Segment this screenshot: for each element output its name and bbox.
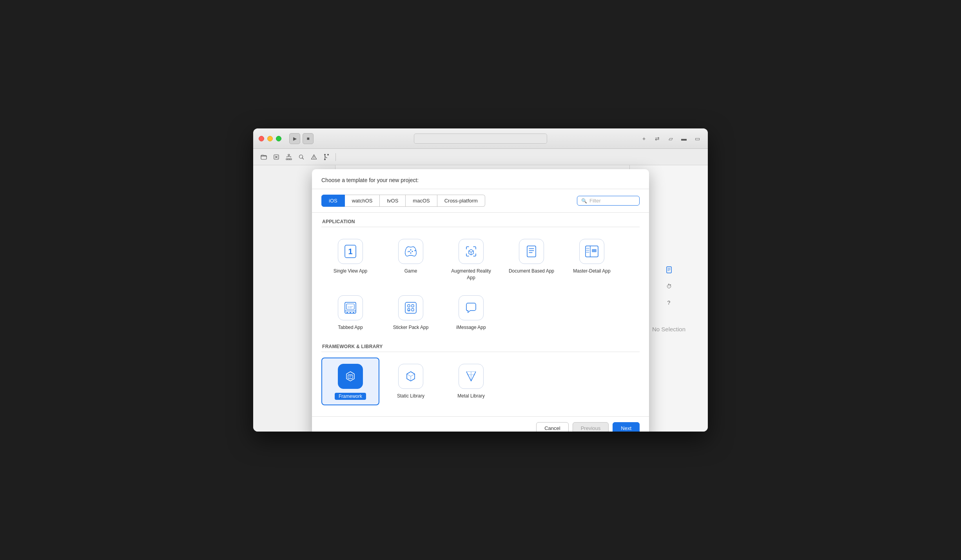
template-single-view[interactable]: 1 Single View App <box>321 233 379 287</box>
svg-point-13 <box>410 253 412 254</box>
next-button[interactable]: Next <box>613 422 640 432</box>
modal-header: Choose a template for your new project: <box>312 169 649 189</box>
tabbed-icon <box>338 295 363 320</box>
layout-full-icon[interactable]: ▬ <box>679 134 689 144</box>
previous-button[interactable]: Previous <box>573 422 609 432</box>
add-icon[interactable]: + <box>639 134 649 144</box>
template-document[interactable]: Document Based App <box>502 233 560 287</box>
svg-point-14 <box>408 251 408 252</box>
application-grid: 1 Single View App <box>321 233 640 336</box>
svg-rect-4 <box>288 159 290 160</box>
template-metal-library[interactable]: Metal Library <box>442 358 500 405</box>
svg-rect-25 <box>412 305 414 307</box>
imessage-icon <box>459 295 484 320</box>
tab-tvos[interactable]: tvOS <box>380 195 406 207</box>
template-game[interactable]: Game <box>382 233 440 287</box>
game-icon <box>398 239 423 264</box>
stop-button[interactable]: ■ <box>303 133 314 144</box>
ar-icon <box>459 239 484 264</box>
layout-side-icon[interactable]: ▭ <box>692 134 702 144</box>
metal-library-label: Metal Library <box>457 393 484 399</box>
framework-label: Framework <box>335 393 366 400</box>
template-framework[interactable]: Framework <box>321 358 379 405</box>
framework-icon <box>338 364 363 389</box>
single-view-label: Single View App <box>334 268 368 275</box>
svg-text:1: 1 <box>348 247 352 256</box>
modal-title: Choose a template for your new project: <box>321 177 640 183</box>
back-forward-icon[interactable]: ⇄ <box>652 134 662 144</box>
svg-rect-2 <box>288 154 290 155</box>
svg-rect-21 <box>353 312 354 313</box>
toolbar <box>253 149 708 165</box>
svg-rect-29 <box>348 375 353 379</box>
template-imessage[interactable]: iMessage App <box>442 289 500 336</box>
svg-rect-3 <box>286 159 288 160</box>
filter-icon: 🔍 <box>581 198 587 204</box>
tab-macos[interactable]: macOS <box>406 195 437 207</box>
game-label: Game <box>404 268 417 275</box>
layout-split-icon[interactable]: ▱ <box>665 134 676 144</box>
single-view-icon: 1 <box>338 239 363 264</box>
svg-rect-17 <box>592 249 597 252</box>
framework-grid: Framework Static Library <box>321 358 640 405</box>
template-master-detail[interactable]: Master-Detail App <box>563 233 621 287</box>
template-sticker[interactable]: Sticker Pack App <box>382 289 440 336</box>
new-project-modal: Choose a template for your new project: … <box>312 169 649 432</box>
svg-point-12 <box>412 251 413 252</box>
maximize-button[interactable] <box>276 136 281 141</box>
modal-footer: Cancel Previous Next <box>312 416 649 432</box>
document-icon <box>519 239 544 264</box>
cancel-button[interactable]: Cancel <box>536 422 568 432</box>
static-library-label: Static Library <box>397 393 424 399</box>
master-detail-label: Master-Detail App <box>573 268 610 275</box>
svg-point-10 <box>409 251 410 252</box>
tab-crossplatform[interactable]: Cross-platform <box>437 195 485 207</box>
title-bar: ▶ ■ + ⇄ ▱ ▬ ▭ <box>253 128 708 149</box>
sticker-label: Sticker Pack App <box>393 324 429 331</box>
svg-rect-5 <box>290 159 292 160</box>
title-bar-right-controls: + ⇄ ▱ ▬ ▭ <box>639 134 702 144</box>
hierarchy-icon[interactable] <box>284 152 294 162</box>
title-search-bar <box>414 134 547 144</box>
warning-icon[interactable] <box>309 152 319 162</box>
tab-watchos[interactable]: watchOS <box>345 195 380 207</box>
toolbar-divider <box>335 153 336 161</box>
template-tabbed[interactable]: Tabbed App <box>321 289 379 336</box>
modal-body: Application 1 Single View App <box>312 213 649 416</box>
search-icon[interactable] <box>296 152 306 162</box>
ar-label: Augmented Reality App <box>447 268 495 281</box>
svg-rect-23 <box>405 302 416 313</box>
minimize-button[interactable] <box>267 136 273 141</box>
x-square-icon[interactable] <box>271 152 281 162</box>
svg-rect-24 <box>408 305 410 307</box>
static-library-icon <box>398 364 423 389</box>
traffic-lights <box>259 136 281 141</box>
sticker-icon <box>398 295 423 320</box>
close-button[interactable] <box>259 136 264 141</box>
filter-placeholder: Filter <box>589 198 601 204</box>
metal-library-icon <box>459 364 484 389</box>
play-button[interactable]: ▶ <box>289 133 300 144</box>
tab-ios[interactable]: iOS <box>321 195 345 207</box>
imessage-label: iMessage App <box>456 324 486 331</box>
document-label: Document Based App <box>509 268 554 275</box>
application-section-label: Application <box>321 219 640 227</box>
tabs-row: iOS watchOS tvOS macOS Cross-platform 🔍 … <box>312 189 649 213</box>
svg-rect-27 <box>412 309 414 311</box>
framework-section-label: Framework & Library <box>321 344 640 352</box>
template-ar[interactable]: Augmented Reality App <box>442 233 500 287</box>
filter-input[interactable]: 🔍 Filter <box>577 196 640 206</box>
title-bar-controls: ▶ ■ <box>289 133 314 144</box>
platform-tabs: iOS watchOS tvOS macOS Cross-platform <box>321 195 485 207</box>
template-static-library[interactable]: Static Library <box>382 358 440 405</box>
svg-rect-20 <box>350 312 351 313</box>
tabbed-label: Tabbed App <box>338 324 363 331</box>
modal-overlay: Choose a template for your new project: … <box>253 165 708 432</box>
git-icon[interactable] <box>321 152 332 162</box>
svg-rect-19 <box>346 312 348 313</box>
svg-rect-15 <box>527 246 536 257</box>
folder-icon[interactable] <box>259 152 269 162</box>
master-detail-icon <box>579 239 604 264</box>
svg-point-11 <box>410 249 412 251</box>
